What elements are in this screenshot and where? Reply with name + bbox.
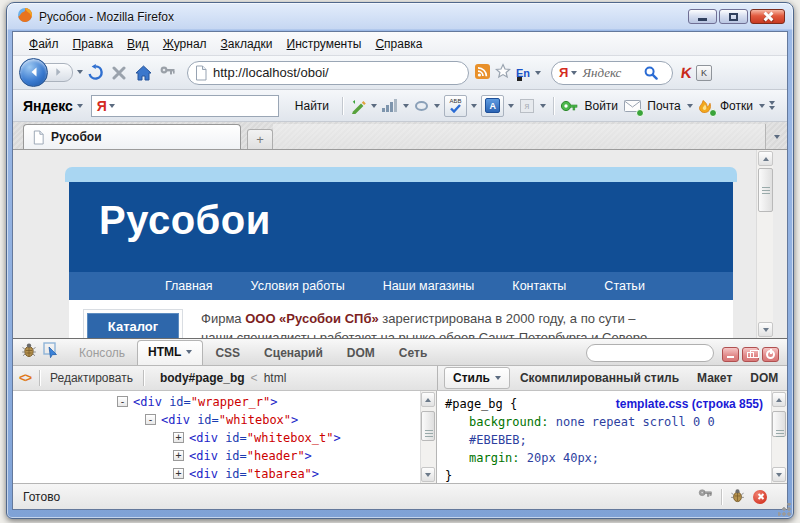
tree-scrollbar[interactable] — [420, 391, 436, 483]
translate-icon[interactable]: я — [518, 97, 535, 115]
error-count-icon[interactable] — [753, 490, 767, 504]
firebug-tab-dom[interactable]: DOM — [335, 342, 387, 365]
css-scrollbar[interactable] — [771, 391, 787, 483]
photos-button[interactable]: Фотки — [720, 99, 753, 113]
scrollbar-thumb[interactable] — [421, 411, 435, 441]
url-input[interactable] — [213, 65, 460, 80]
kaspersky-icon[interactable]: K — [680, 64, 693, 81]
url-bar[interactable] — [187, 61, 469, 85]
language-indicator-icon[interactable]: En — [516, 67, 530, 79]
back-button[interactable] — [19, 58, 48, 87]
maximize-button[interactable] — [719, 9, 748, 24]
expand-icon[interactable]: + — [173, 468, 184, 479]
firebug-tab-net[interactable]: Сеть — [387, 342, 439, 365]
tree-node[interactable]: +<div id="header"> — [13, 447, 436, 465]
stop-button[interactable] — [107, 60, 131, 86]
translate-dropdown[interactable] — [540, 104, 546, 108]
page-scrollbar[interactable] — [756, 150, 773, 338]
breadcrumb-root[interactable]: html — [264, 371, 287, 385]
scrollbar-thumb[interactable] — [772, 411, 786, 437]
mail-dropdown[interactable] — [687, 104, 693, 108]
inspect-element-icon[interactable] — [43, 342, 59, 361]
comment-bubble-icon[interactable] — [413, 97, 430, 115]
mail-button[interactable]: Почта — [647, 99, 680, 113]
html-tab-dropdown[interactable] — [186, 350, 192, 354]
yandex-quick-search[interactable]: Я — [91, 95, 279, 117]
reload-button[interactable] — [83, 60, 107, 86]
site-nav-contacts[interactable]: Контакты — [512, 279, 566, 293]
statusbar-firebug-icon[interactable] — [730, 488, 745, 506]
bubble-dropdown[interactable] — [434, 104, 440, 108]
photos-dropdown[interactable] — [759, 104, 765, 108]
menu-file[interactable]: Файл — [22, 34, 66, 54]
firebug-tab-console[interactable]: Консоль — [67, 342, 137, 365]
yandex-search-input[interactable] — [115, 98, 292, 113]
history-dropdown[interactable] — [77, 70, 83, 74]
css-file-link[interactable]: template.css (строка 855) — [616, 395, 763, 413]
resize-grip[interactable] — [778, 503, 791, 516]
login-key-icon[interactable] — [560, 97, 578, 115]
tab-rusoboi[interactable]: Русобои — [23, 124, 241, 149]
firebug-search-field[interactable] — [586, 344, 714, 362]
firebug-tab-html[interactable]: HTML — [137, 340, 203, 365]
menu-tools[interactable]: Инструменты — [280, 34, 369, 54]
new-tab-button[interactable]: + — [247, 129, 273, 149]
scroll-up-button[interactable] — [772, 392, 786, 407]
style-tab-dropdown[interactable] — [495, 376, 501, 380]
menu-edit[interactable]: Правка — [66, 34, 121, 54]
spellcheck-icon[interactable]: АБВ — [444, 95, 467, 117]
expand-icon[interactable]: + — [173, 450, 184, 461]
spellcheck-dropdown[interactable] — [471, 104, 477, 108]
rss-icon[interactable] — [475, 64, 490, 82]
pencil-dropdown[interactable] — [371, 104, 377, 108]
url-dropdown[interactable] — [535, 71, 541, 75]
css-declaration[interactable]: background: none repeat scroll 0 0 #EBEB… — [445, 413, 763, 449]
collapse-icon[interactable]: - — [117, 396, 128, 407]
scroll-down-button[interactable] — [772, 467, 786, 482]
menu-bookmarks[interactable]: Закладки — [214, 34, 280, 54]
list-all-tabs-button[interactable] — [765, 124, 787, 149]
edit-button[interactable]: Редактировать — [50, 371, 133, 385]
tree-node[interactable]: +<div id="whitebox_t"> — [13, 429, 436, 447]
scroll-down-button[interactable] — [421, 467, 435, 482]
firebug-minimize-button[interactable] — [722, 347, 739, 362]
firebug-bug-icon[interactable] — [21, 342, 37, 361]
catalog-button[interactable]: Каталог — [87, 313, 179, 338]
menu-history[interactable]: Журнал — [156, 34, 214, 54]
search-icon[interactable] — [644, 66, 658, 80]
tab-style[interactable]: Стиль — [444, 367, 510, 389]
scroll-up-button[interactable] — [758, 151, 773, 166]
highlight-pencil-icon[interactable] — [350, 97, 367, 115]
search-engine-icon[interactable]: Я — [559, 65, 568, 80]
search-engine-dropdown[interactable] — [571, 71, 577, 75]
keys-icon[interactable] — [155, 60, 179, 86]
tab-layout[interactable]: Макет — [689, 368, 740, 388]
home-button[interactable] — [131, 60, 155, 86]
scrollbar-thumb[interactable] — [758, 168, 773, 212]
firebug-tab-script[interactable]: Сценарий — [252, 342, 335, 365]
toolbar-overflow-chevron[interactable] — [769, 101, 775, 110]
collapse-icon[interactable]: - — [145, 414, 156, 425]
expand-icon[interactable]: + — [173, 432, 184, 443]
mail-icon[interactable] — [624, 97, 641, 115]
bars-dropdown[interactable] — [403, 104, 409, 108]
close-button[interactable] — [750, 9, 785, 24]
tree-node[interactable]: -<div id="whitebox"> — [13, 411, 436, 429]
dictionary-icon[interactable]: А — [481, 95, 504, 117]
firebug-detach-button[interactable] — [742, 347, 759, 362]
css-selector[interactable]: #page_bg { — [445, 395, 517, 413]
firebug-close-button[interactable] — [762, 347, 779, 362]
menu-help[interactable]: Справка — [368, 34, 429, 54]
breadcrumb-node[interactable]: body#page_bg — [160, 371, 245, 385]
keyboard-layout-button[interactable]: K — [696, 65, 712, 81]
bookmark-star-icon[interactable] — [495, 63, 511, 82]
tree-node[interactable]: +<div id="tabarea"> — [13, 465, 436, 483]
photos-flame-icon[interactable] — [697, 97, 714, 115]
search-box[interactable]: Я — [551, 61, 673, 85]
dictionary-dropdown[interactable] — [508, 104, 514, 108]
scroll-down-button[interactable] — [758, 322, 773, 337]
traffic-bars-icon[interactable] — [381, 97, 398, 115]
tab-computed-style[interactable]: Скомпилированный стиль — [512, 368, 687, 388]
yandex-brand-dropdown[interactable] — [77, 104, 83, 108]
menu-view[interactable]: Вид — [120, 34, 156, 54]
